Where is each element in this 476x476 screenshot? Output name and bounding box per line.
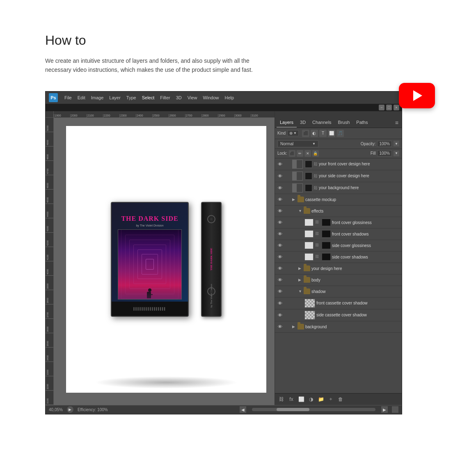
minimize-button[interactable]: − [379,105,384,110]
layer-item-background-folder[interactable]: 👁 ▶ background [275,321,402,333]
ruler-mark: 2900 [218,114,234,117]
visibility-eye[interactable]: 👁 [277,173,283,179]
layer-thumbnail [304,299,315,308]
folder-expand-arrow[interactable]: ▶ [298,278,302,282]
menu-select[interactable]: Select [140,94,157,101]
folder-icon [304,208,310,214]
menu-filter[interactable]: Filter [158,94,172,101]
maximize-button[interactable]: □ [386,105,392,110]
canvas-rotation-icon[interactable] [392,406,398,413]
close-button[interactable]: × [394,105,399,110]
kind-icon-type[interactable]: T [319,130,327,137]
menu-3d[interactable]: 3D [174,94,184,101]
tab-3d[interactable]: 3D [297,118,309,128]
visibility-eye[interactable]: 👁 [277,265,283,272]
visibility-eye[interactable]: 👁 [277,196,283,203]
fill-row: Fill 100% ▼ [371,150,399,156]
youtube-play-button[interactable] [399,83,435,108]
visibility-eye[interactable]: 👁 [277,242,283,249]
layer-item-front-cover[interactable]: 👁 ⛓ your front cover design here [275,158,402,170]
layer-item-front-glossiness[interactable]: 👁 ⛓ front cover glossiness [275,217,402,229]
folder-expand-arrow[interactable]: ▶ [292,325,296,329]
ruler-horizontal-area: 1900 2000 2100 2200 2300 2400 2500 2600 … [46,111,402,118]
opacity-row: Opacity: 100% ▼ [361,141,399,147]
kind-icon-smart[interactable]: 🎵 [336,130,344,137]
add-layer-icon[interactable]: ＋ [327,395,335,403]
lock-row: Lock: ⬛ ✏ ✕ 🔒 Fill 100% ▼ [275,149,402,158]
folder-expand-arrow[interactable]: ▶ [292,197,296,201]
menu-window[interactable]: Window [200,94,221,101]
fill-value[interactable]: 100% [377,150,392,156]
kind-icon-pixel[interactable]: ⬛ [302,130,309,137]
lock-pixel-icon[interactable]: ⬛ [289,150,295,157]
layer-item-side-cover[interactable]: 👁 ⛓ your side cover design here [275,170,402,182]
layer-effects-icon[interactable]: fx [287,395,295,403]
layer-item-your-design[interactable]: 👁 ▶ your design here [275,263,402,275]
visibility-eye[interactable]: 👁 [277,323,283,330]
layer-name: your background here [319,185,400,190]
lock-all-icon[interactable]: 🔒 [312,150,319,157]
scroll-left-icon[interactable]: ◀ [240,406,246,413]
menu-help[interactable]: Help [222,94,237,101]
ruler-mark-v: 3200 [46,376,53,391]
visibility-eye[interactable]: 👁 [277,185,283,191]
folder-expand-arrow[interactable]: ▶ [298,266,302,270]
menu-image[interactable]: Image [89,94,106,101]
adjustment-icon[interactable]: ◑ [307,395,315,403]
folder-expand-arrow[interactable]: ▼ [298,209,302,213]
add-mask-icon[interactable]: ⬜ [297,395,305,403]
layer-item-front-cassette-shadow[interactable]: 👁 front cassette cover shadow [275,298,402,309]
kind-select[interactable]: ⊕ ▼ [287,130,299,136]
layer-item-background-design[interactable]: 👁 ⛓ your background here [275,182,402,194]
menu-type[interactable]: Type [124,94,139,101]
horizontal-scrollbar[interactable] [252,408,375,411]
menu-edit[interactable]: Edit [75,94,88,101]
cassette-side-cover: THE DARK SIDE by The Violet Division [201,202,222,317]
folder-expand-arrow[interactable]: ▼ [298,289,302,293]
blend-mode-select[interactable]: Normal ▼ [277,140,318,147]
visibility-eye[interactable]: 👁 [277,208,283,214]
link-layers-icon[interactable]: ⛓ [277,395,286,403]
lock-position-icon[interactable]: ✕ [304,150,311,157]
visibility-eye[interactable]: 👁 [277,300,283,307]
layer-item-side-shadows[interactable]: 👁 ⛓ side cover shadows [275,252,402,263]
layer-item-body[interactable]: 👁 ▶ body [275,275,402,286]
layer-item-effects[interactable]: 👁 ▼ effects [275,206,402,217]
scroll-right-icon[interactable]: ▶ [381,406,388,413]
layer-item-shadow-folder[interactable]: 👁 ▼ shadow [275,286,402,298]
layer-item-cassette-mockup[interactable]: 👁 ▶ cassette mockup [275,194,402,206]
kind-icon-shape[interactable]: ⬜ [328,130,335,137]
opacity-value[interactable]: 100% [377,141,392,147]
layer-item-front-shadows[interactable]: 👁 ⛓ front cover shadows [275,229,402,240]
fill-label: Fill [371,151,376,156]
layer-item-side-glossiness[interactable]: 👁 ⛓ side cover glossiness [275,240,402,252]
tab-layers[interactable]: Layers [277,118,297,128]
menu-layer[interactable]: Layer [107,94,123,101]
menu-bar: Ps File Edit Image Layer Type Select Fil… [46,92,402,104]
status-options-icon[interactable]: ▶ [67,406,73,413]
menu-file[interactable]: File [62,94,74,101]
kind-icon-adjust[interactable]: ◐ [311,130,318,137]
visibility-eye[interactable]: 👁 [277,288,283,295]
fill-slider-icon[interactable]: ▼ [394,151,399,156]
tab-paths[interactable]: Paths [353,118,371,128]
lock-label: Lock: [277,151,287,156]
group-layers-icon[interactable]: 📁 [317,395,325,403]
menu-view[interactable]: View [185,94,200,101]
layer-mask-thumb [305,172,312,180]
ruler-mark: 2700 [185,114,201,117]
opacity-slider-icon[interactable]: ▼ [394,141,399,146]
visibility-eye[interactable]: 👁 [277,254,283,260]
visibility-eye[interactable]: 👁 [277,312,283,318]
layer-item-side-cassette-shadow[interactable]: 👁 side cassette cover shadow [275,309,402,321]
lock-paint-icon[interactable]: ✏ [297,150,303,157]
kind-icons: ⬛ ◐ T ⬜ 🎵 [302,130,344,137]
visibility-eye[interactable]: 👁 [277,219,283,226]
tab-brush[interactable]: Brush [335,118,353,128]
panel-menu-icon[interactable]: ≡ [394,119,400,126]
tab-channels[interactable]: Channels [309,118,334,128]
delete-layer-icon[interactable]: 🗑 [336,395,345,403]
visibility-eye[interactable]: 👁 [277,277,283,283]
visibility-eye[interactable]: 👁 [277,161,283,167]
visibility-eye[interactable]: 👁 [277,231,283,237]
